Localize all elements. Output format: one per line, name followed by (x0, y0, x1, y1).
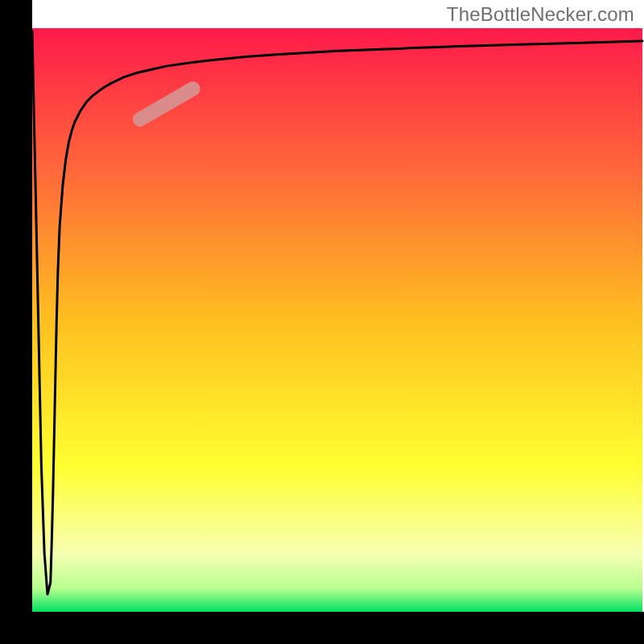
plot-background (32, 28, 642, 612)
bottleneck-chart (0, 0, 644, 644)
chart-container: TheBottleNecker.com (0, 0, 644, 644)
axis-left (0, 0, 32, 644)
axis-bottom (0, 612, 644, 644)
attribution-label: TheBottleNecker.com (447, 3, 634, 26)
